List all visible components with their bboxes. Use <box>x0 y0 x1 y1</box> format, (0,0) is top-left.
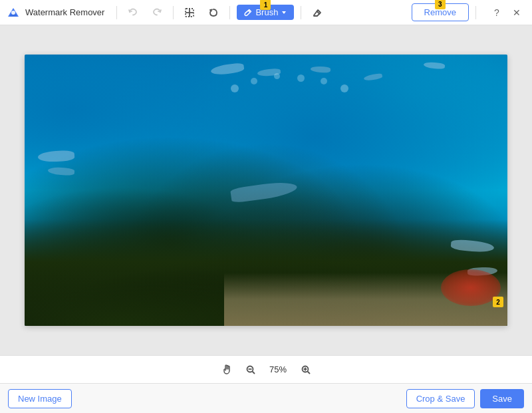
zoom-in-icon <box>301 364 311 375</box>
select-icon <box>184 7 195 18</box>
image-canvas[interactable]: 2 <box>25 55 507 326</box>
close-icon: ✕ <box>513 7 521 18</box>
zoom-controls: 75% <box>0 355 532 383</box>
brush-badge: 1 <box>260 0 271 10</box>
manta-ray <box>230 180 298 204</box>
window-controls: ? ✕ <box>488 4 525 21</box>
underwater-scene: 2 <box>25 55 507 326</box>
bubble-1 <box>231 84 239 92</box>
bubble-3 <box>274 73 280 79</box>
fish-5 <box>424 62 446 70</box>
lasso-tool-button[interactable] <box>204 3 223 22</box>
help-button[interactable]: ? <box>488 4 505 21</box>
divider-5 <box>475 6 476 19</box>
undo-button[interactable] <box>124 3 142 22</box>
brush-icon <box>243 8 253 17</box>
eraser-icon <box>312 7 323 18</box>
svg-line-10 <box>252 371 255 374</box>
app-logo <box>7 6 20 19</box>
zoom-out-button[interactable] <box>243 362 259 378</box>
divider-3 <box>229 6 230 19</box>
redo-icon <box>152 7 162 18</box>
footer-right-buttons: Crop & Save Save <box>406 389 524 408</box>
zoom-level: 75% <box>267 364 290 374</box>
hand-tool-button[interactable] <box>219 362 235 378</box>
new-image-button[interactable]: New Image <box>8 389 72 408</box>
bubble-6 <box>340 84 348 92</box>
new-image-label: New Image <box>18 394 62 404</box>
bubble-2 <box>251 78 257 84</box>
close-button[interactable]: ✕ <box>508 4 525 21</box>
brush-dropdown-icon <box>281 9 287 16</box>
canvas-area: 2 <box>0 25 532 355</box>
crop-save-label: Crop & Save <box>416 394 466 404</box>
watermark-area[interactable] <box>441 269 501 306</box>
divider-2 <box>173 6 174 19</box>
svg-marker-7 <box>282 11 286 14</box>
save-label: Save <box>492 394 512 404</box>
help-icon: ? <box>494 7 499 18</box>
lasso-icon <box>208 7 219 18</box>
crop-save-button[interactable]: Crop & Save <box>406 389 475 408</box>
zoom-in-button[interactable] <box>298 362 314 378</box>
svg-line-13 <box>307 371 310 374</box>
svg-point-2 <box>11 11 15 15</box>
watermark-badge: 2 <box>493 297 503 307</box>
fish-4 <box>364 73 383 82</box>
fish-7 <box>48 167 75 176</box>
redo-button[interactable] <box>148 3 166 22</box>
fish-6 <box>38 150 75 163</box>
remove-badge: 3 <box>435 0 446 9</box>
fish-1 <box>210 63 244 76</box>
save-button[interactable]: Save <box>480 389 524 408</box>
zoom-out-icon <box>245 364 256 375</box>
fish-3 <box>311 66 331 73</box>
titlebar: Watermark Remover 1 <box>0 0 532 25</box>
undo-icon <box>128 7 138 18</box>
select-tool-button[interactable] <box>180 3 199 22</box>
eraser-tool-button[interactable] <box>308 3 327 22</box>
remove-button[interactable]: 3 Remove <box>412 3 469 21</box>
brush-tool-button[interactable]: 1 Brush <box>237 5 294 20</box>
divider-4 <box>301 6 301 19</box>
hand-icon <box>221 364 232 375</box>
divider-1 <box>116 6 117 19</box>
footer: New Image Crop & Save Save <box>0 383 532 413</box>
bubble-4 <box>297 74 305 82</box>
bubble-5 <box>321 78 327 84</box>
app-title: Watermark Remover <box>25 7 104 17</box>
